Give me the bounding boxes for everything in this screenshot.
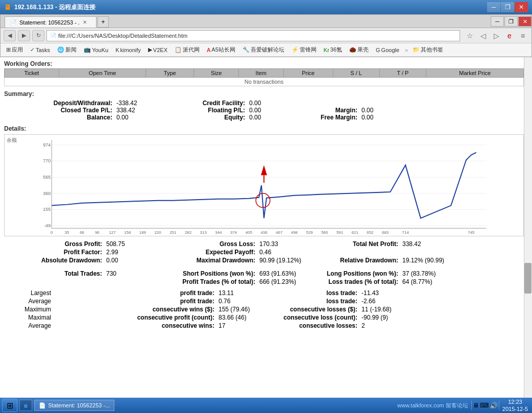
svg-text:35: 35	[65, 230, 69, 235]
svg-text:127: 127	[109, 230, 115, 235]
closed-pl-value: 338.42	[116, 107, 167, 114]
bm-other[interactable]: 📁 其他书签	[410, 45, 446, 55]
rel-drawdown-value: 19.12% (90.99)	[402, 257, 453, 264]
address-bar[interactable]: 📄 file:///C:/Users/NAS/Desktop/DetailedS…	[46, 30, 460, 41]
no-transactions-msg: No transactions	[5, 78, 524, 86]
summary-section: Summary: Deposit/Withdrawal: -338.42 Cre…	[4, 90, 524, 121]
restore-btn[interactable]: ❐	[501, 2, 514, 12]
svg-text:529: 529	[306, 230, 313, 235]
tray-divider	[471, 401, 472, 410]
folder-icon: 📁	[413, 46, 420, 53]
kimonify-icon: K	[115, 47, 119, 53]
profit-factor-value: 2.99	[106, 249, 147, 256]
stat-row-6: Largest profit trade: 13.11 loss trade: …	[4, 289, 524, 297]
svg-marker-39	[261, 165, 267, 175]
start-button[interactable]: ⊞	[2, 399, 17, 412]
bm-a5[interactable]: A A5站长网	[204, 45, 238, 55]
total-trades-value: 730	[106, 270, 147, 277]
equity-value: 0.00	[249, 114, 290, 121]
bm-v2ex[interactable]: ▶ V2EX	[146, 45, 170, 54]
margin-label: Margin:	[290, 107, 361, 114]
svg-text:498: 498	[291, 230, 298, 235]
lt1-value: -11.43	[361, 289, 413, 297]
bm-apps[interactable]: ⊞ 应用	[4, 45, 26, 55]
cw-value: 17	[219, 322, 270, 329]
bm-tasks-label: Tasks	[36, 47, 50, 53]
stat-row-5: Profit Trades (% of total): 666 (91.23%)…	[4, 278, 524, 285]
bm-google[interactable]: G Google	[373, 46, 402, 54]
profit-trades-label: Profit Trades (% of total):	[147, 278, 259, 285]
bm-tasks[interactable]: ✓ Tasks	[28, 45, 53, 54]
keyboard-icon[interactable]: ⌨	[480, 402, 489, 409]
free-margin-value: 0.00	[361, 114, 402, 121]
browser-tab[interactable]: 📄 Statement: 10562253 - . ✕	[5, 16, 96, 28]
scrollbar[interactable]	[524, 57, 532, 399]
taskbar-ie-item[interactable]: e	[19, 400, 32, 411]
taskbar-browser-item[interactable]: 📄 Statement: 10562253 -...	[34, 400, 114, 411]
bm-36kr[interactable]: Kr 36氪	[321, 45, 345, 55]
close-btn[interactable]: ✕	[515, 2, 528, 12]
bm-guoke[interactable]: 🌰 果壳	[347, 45, 371, 55]
bm-news-label: 新闻	[65, 46, 77, 54]
cws-label: consecutive wins ($):	[106, 306, 219, 313]
cw-label: consecutive wins:	[106, 322, 219, 329]
bookmark-star-icon[interactable]: ☆	[464, 30, 475, 41]
gross-profit-value: 508.75	[106, 240, 147, 248]
title-bar: 🖥 192.168.1.133 - 远程桌面连接 ─ ❐ ✕	[0, 0, 532, 14]
tab-close-btn[interactable]: ✕	[83, 19, 87, 25]
svg-text:745: 745	[468, 230, 475, 235]
address-text: file:///C:/Users/NAS/Desktop/DetailedSta…	[58, 33, 456, 39]
col-size: Size	[194, 69, 239, 78]
gross-profit-label: Gross Profit:	[4, 240, 106, 248]
stat-row-7: Average profit trade: 0.76 loss trade: -…	[4, 298, 524, 305]
bm-kimonify[interactable]: K kimonify	[113, 46, 143, 54]
svg-text:467: 467	[276, 230, 282, 235]
svg-text:189: 189	[139, 230, 147, 235]
col-price: Price	[283, 69, 333, 78]
summary-grid: Deposit/Withdrawal: -338.42 Credit Facil…	[25, 100, 524, 121]
col-type: Type	[146, 69, 194, 78]
profit-factor-label: Profit Factor:	[4, 249, 106, 256]
ie-icon[interactable]: e	[504, 30, 515, 41]
col-sl: S / L	[333, 69, 379, 78]
nav-next-icon[interactable]: ▷	[491, 30, 502, 41]
back-btn[interactable]: ◀	[4, 30, 16, 41]
menu-icon[interactable]: ≡	[517, 30, 528, 41]
bm-52pojie[interactable]: 🔧 吾爱破解论坛	[240, 45, 287, 55]
guoke-icon: 🌰	[349, 46, 356, 53]
cl-value: -90.99 (9)	[361, 314, 413, 321]
chart-y-label: 余额	[7, 137, 17, 144]
browser-minimize[interactable]: ─	[491, 16, 504, 27]
svg-text:436: 436	[260, 230, 268, 235]
svg-text:714: 714	[402, 230, 409, 235]
browser-restore[interactable]: ❐	[504, 16, 518, 27]
bookmarks-bar: ⊞ 应用 ✓ Tasks 🌐 新闻 📺 YouKu K kimonify ▶ V	[1, 43, 531, 57]
cls-label: consecutive losses ($):	[270, 306, 361, 313]
apps-grid-icon: ⊞	[6, 46, 11, 53]
bm-other-label: 其他书签	[421, 46, 443, 54]
new-tab-btn[interactable]: +	[98, 16, 109, 28]
nav-prev-icon[interactable]: ◁	[477, 30, 489, 41]
svg-text:405: 405	[246, 230, 253, 235]
speaker-icon[interactable]: 🔊	[490, 402, 498, 409]
website-label: www.talkforex.com 留客论坛	[397, 402, 468, 409]
bm-leifeng[interactable]: ⚡ 雷锋网	[289, 45, 319, 55]
bm-v2ex-label: V2EX	[153, 47, 167, 53]
bm-paidai[interactable]: 📋 派代网	[172, 45, 202, 55]
svg-text:96: 96	[95, 230, 100, 235]
bm-youku[interactable]: 📺 YouKu	[81, 45, 111, 54]
lt1-label: loss trade:	[270, 289, 361, 297]
total-trades-label: Total Trades:	[4, 270, 106, 277]
bm-news[interactable]: 🌐 新闻	[55, 45, 79, 55]
minimize-btn[interactable]: ─	[487, 2, 500, 12]
forward-btn[interactable]: ▶	[18, 30, 30, 41]
scrollbar-thumb[interactable]	[524, 263, 531, 294]
profit-trades-value: 666 (91.23%)	[259, 278, 310, 285]
browser-close[interactable]: ✕	[518, 16, 531, 27]
col-item: Item	[238, 69, 283, 78]
expected-payoff-value: 0.46	[259, 249, 310, 256]
short-positions-value: 693 (91.63%)	[259, 270, 310, 277]
refresh-btn[interactable]: ↻	[32, 30, 44, 41]
monitor-icon[interactable]: 🖥	[473, 402, 479, 409]
leifeng-icon: ⚡	[292, 46, 299, 53]
